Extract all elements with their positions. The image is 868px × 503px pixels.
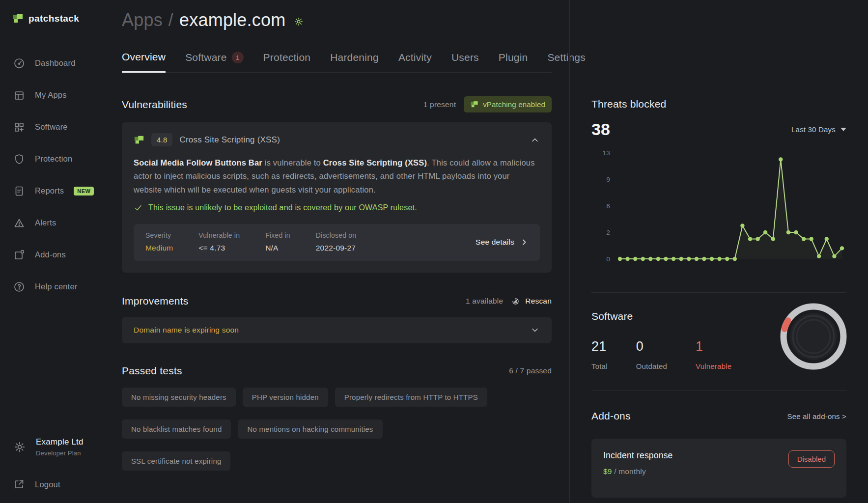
breadcrumb-separator: / xyxy=(168,10,173,30)
detail-vulnerable-in: Vulnerable in <= 4.73 xyxy=(198,231,240,252)
org-settings[interactable]: Example Ltd Developer Plan xyxy=(0,437,108,457)
software-donut-chart xyxy=(777,300,850,373)
addon-title: Incident response xyxy=(603,450,673,461)
org-plan: Developer Plan xyxy=(36,449,84,457)
passed-test-chip: SSL certificate not expiring xyxy=(122,451,230,471)
passed-test-chip: No mentions on hacking communities xyxy=(238,419,382,439)
logout-label: Logout xyxy=(35,480,60,489)
stat-vulnerable: 1 Vulnerable xyxy=(696,339,731,370)
passed-tests-heading: Passed tests xyxy=(122,365,182,377)
grid-plus-icon xyxy=(13,121,25,133)
vulnerability-details-box: Severity Medium Vulnerable in <= 4.73 Fi… xyxy=(134,224,540,261)
rescan-button[interactable]: Rescan xyxy=(511,297,552,306)
owasp-note: This issue is unlikely to be exploited a… xyxy=(134,203,540,212)
main-content: Apps / example.com Overview Software1 Pr… xyxy=(108,0,569,503)
detail-fixed-in: Fixed in N/A xyxy=(265,231,290,252)
shield-icon xyxy=(13,153,25,165)
chevron-right-icon xyxy=(520,238,528,246)
sidebar-item-label: Protection xyxy=(35,154,72,164)
improvements-available-count: 1 available xyxy=(466,297,503,306)
gear-icon xyxy=(13,441,26,453)
passed-test-chip: No missing security headers xyxy=(122,388,236,407)
vulnerability-card: 4.8 Cross Site Scripting (XSS) Social Me… xyxy=(122,122,552,273)
vulnerability-title: Cross Site Scripting (XSS) xyxy=(179,135,523,145)
passed-tests-summary: 6 / 7 passed xyxy=(509,366,552,375)
page-title: example.com xyxy=(179,10,285,30)
threats-chart: 026913 xyxy=(591,144,846,273)
tab-users[interactable]: Users xyxy=(451,51,479,72)
software-section: Software 21 Total 0 Outdated 1 Vulnerabl… xyxy=(591,310,846,370)
svg-text:9: 9 xyxy=(606,176,610,183)
layout-icon xyxy=(13,89,25,101)
detail-disclosed-on: Disclosed on 2022-09-27 xyxy=(316,231,357,252)
sidebar-item-software[interactable]: Software xyxy=(0,111,108,143)
addon-price: $9 / monthly xyxy=(603,467,673,476)
passed-tests-list: No missing security headers PHP version … xyxy=(122,388,552,471)
vpatching-enabled-badge: vPatching enabled xyxy=(464,96,552,112)
vulnerabilities-present-count: 1 present xyxy=(423,100,456,109)
sidebar-item-add-ons[interactable]: Add-ons xyxy=(0,239,108,271)
sidebar-item-label: Alerts xyxy=(35,218,56,227)
stat-total: 21 Total xyxy=(591,339,608,370)
date-range-select[interactable]: Last 30 Days xyxy=(791,125,846,134)
brand-name: patchstack xyxy=(28,13,79,24)
addon-status-button[interactable]: Disabled xyxy=(788,450,835,468)
sidebar-item-protection[interactable]: Protection xyxy=(0,143,108,175)
add-ons-icon xyxy=(13,249,25,261)
sidebar-item-label: Reports xyxy=(35,186,64,196)
tab-overview[interactable]: Overview xyxy=(122,51,166,73)
logout-icon xyxy=(13,478,25,490)
org-name: Example Ltd xyxy=(36,437,84,447)
see-all-addons-link[interactable]: See all add-ons > xyxy=(787,412,846,420)
detail-severity: Severity Medium xyxy=(145,231,173,252)
software-count-badge: 1 xyxy=(232,52,244,63)
alert-triangle-icon xyxy=(13,217,25,229)
sidebar-item-my-apps[interactable]: My Apps xyxy=(0,79,108,111)
sidebar-item-reports[interactable]: Reports NEW xyxy=(0,175,108,207)
sidebar-nav: Dashboard My Apps Software Protection Re… xyxy=(0,47,108,303)
tab-bar: Overview Software1 Protection Hardening … xyxy=(122,51,552,73)
sidebar-item-label: My Apps xyxy=(35,90,67,100)
dashboard-icon xyxy=(13,57,25,69)
sidebar-item-label: Software xyxy=(35,122,68,132)
chevron-up-icon[interactable] xyxy=(530,135,540,145)
threats-blocked-heading: Threats blocked xyxy=(591,98,846,110)
brand[interactable]: patchstack xyxy=(0,13,108,25)
tab-protection[interactable]: Protection xyxy=(263,51,311,72)
passed-test-chip: Properly redirects from HTTP to HTTPS xyxy=(335,388,487,407)
logout-button[interactable]: Logout xyxy=(0,478,108,490)
new-badge: NEW xyxy=(74,187,94,196)
dropdown-arrow-icon xyxy=(840,128,846,131)
sidebar-item-label: Add-ons xyxy=(35,250,66,259)
severity-value: Medium xyxy=(145,244,173,252)
vulnerabilities-heading: Vulnerabilities xyxy=(122,99,187,111)
see-details-link[interactable]: See details xyxy=(476,238,528,247)
site-settings-gear-icon[interactable] xyxy=(293,16,304,27)
threats-blocked-count: 38 xyxy=(591,120,610,139)
sidebar-item-label: Help center xyxy=(35,282,78,291)
tab-plugin[interactable]: Plugin xyxy=(499,51,528,72)
stat-outdated: 0 Outdated xyxy=(636,339,667,370)
sidebar-item-dashboard[interactable]: Dashboard xyxy=(0,47,108,79)
breadcrumb-apps[interactable]: Apps xyxy=(122,10,163,30)
improvement-text: Domain name is expiring soon xyxy=(134,326,239,335)
cvss-score-badge: 4.8 xyxy=(151,133,172,146)
passed-test-chip: PHP version hidden xyxy=(243,388,328,407)
passed-test-chip: No blacklist matches found xyxy=(122,419,231,439)
tab-software[interactable]: Software1 xyxy=(185,51,243,72)
chevron-down-icon xyxy=(530,325,540,335)
improvement-item-domain-expiring[interactable]: Domain name is expiring soon xyxy=(122,317,552,343)
divider xyxy=(591,390,846,391)
sidebar-item-help-center[interactable]: Help center xyxy=(0,271,108,303)
rescan-radar-icon xyxy=(511,297,520,306)
sidebar-item-alerts[interactable]: Alerts xyxy=(0,207,108,239)
sidebar-item-label: Dashboard xyxy=(35,58,76,68)
patchstack-mini-logo-icon xyxy=(470,100,478,109)
right-panel: Threats blocked 38 Last 30 Days 026913 S… xyxy=(569,0,868,503)
report-document-icon xyxy=(13,185,25,197)
addons-heading: Add-ons xyxy=(591,410,631,422)
vulnerability-description: Social Media Follow Buttons Bar is vulne… xyxy=(134,156,540,196)
svg-text:13: 13 xyxy=(603,149,610,157)
tab-hardening[interactable]: Hardening xyxy=(330,51,379,72)
tab-activity[interactable]: Activity xyxy=(398,51,432,72)
